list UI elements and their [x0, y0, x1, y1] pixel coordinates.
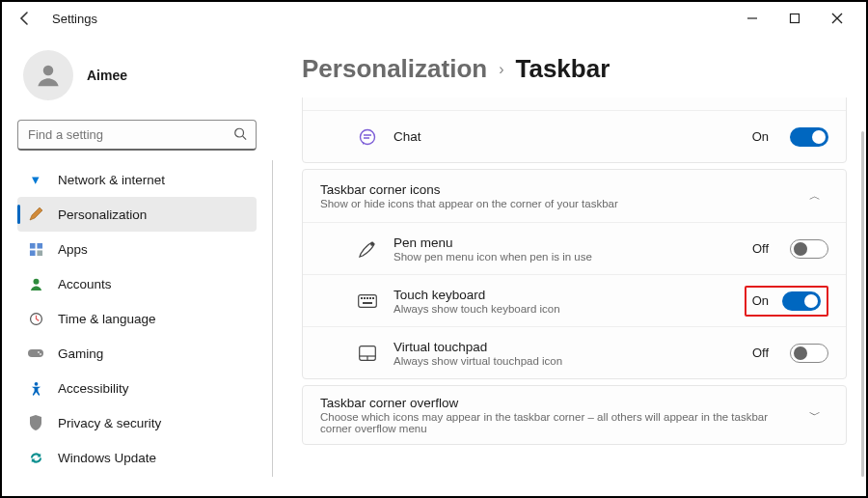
row-touch-keyboard: Touch keyboard Always show touch keyboar… [303, 274, 846, 326]
avatar [23, 50, 73, 100]
breadcrumb-parent[interactable]: Personalization [302, 54, 487, 84]
corner-icons-header[interactable]: Taskbar corner icons Show or hide icons … [303, 170, 846, 222]
row-title: Virtual touchpad [393, 340, 737, 354]
svg-point-19 [371, 242, 373, 244]
user-info[interactable]: Aimee [17, 46, 257, 114]
nav-gaming[interactable]: Gaming [17, 336, 257, 371]
titlebar: Settings [2, 2, 866, 35]
breadcrumb: Personalization › Taskbar [302, 54, 847, 84]
svg-rect-24 [369, 297, 371, 299]
accessibility-icon [27, 379, 44, 397]
highlight-box: On [745, 286, 828, 317]
keyboard-icon [357, 290, 378, 312]
close-button[interactable] [816, 4, 858, 33]
search-box[interactable] [17, 120, 257, 151]
section-desc: Show or hide icons that appear on the co… [320, 198, 786, 209]
svg-rect-25 [372, 297, 374, 299]
nav-label: Accounts [58, 277, 112, 291]
nav-accessibility[interactable]: Accessibility [17, 371, 257, 405]
row-chat: Chat On [303, 110, 846, 162]
toggle-state: Off [752, 241, 769, 256]
person-icon [27, 275, 44, 292]
row-virtual-touchpad: Virtual touchpad Always show virtual tou… [303, 326, 846, 378]
nav-label: Apps [58, 242, 88, 257]
svg-rect-21 [361, 297, 363, 299]
paintbrush-icon [27, 206, 44, 223]
window-title: Settings [52, 12, 97, 26]
svg-rect-5 [29, 242, 35, 248]
toggle-state: On [752, 129, 769, 144]
shield-icon [27, 414, 44, 431]
svg-point-14 [34, 381, 38, 385]
toggle-state: Off [752, 346, 769, 360]
corner-overflow-card[interactable]: Taskbar corner overflow Choose which ico… [302, 385, 847, 445]
svg-point-3 [235, 128, 244, 137]
row-desc: Always show virtual touchpad icon [393, 355, 737, 367]
svg-point-2 [43, 66, 54, 76]
nav-time-language[interactable]: Time & language [17, 301, 257, 336]
chat-toggle[interactable] [790, 127, 828, 147]
row-title: Chat [393, 129, 737, 144]
touchpad-icon [357, 343, 378, 364]
row-desc: Show pen menu icon when pen is in use [393, 251, 737, 263]
wifi-icon: ▾ [27, 171, 44, 188]
nav-network[interactable]: ▾ Network & internet [17, 162, 257, 197]
main-pane: Personalization › Taskbar Widgets On [273, 35, 866, 496]
nav-label: Time & language [58, 312, 156, 326]
corner-icons-card: Taskbar corner icons Show or hide icons … [302, 169, 847, 379]
toggle-state: On [752, 293, 769, 308]
svg-point-9 [33, 278, 39, 284]
nav-label: Windows Update [58, 451, 156, 465]
svg-point-13 [40, 353, 41, 355]
taskbar-items-card: Widgets On Chat On [302, 97, 847, 163]
nav-apps[interactable]: Apps [17, 232, 257, 266]
nav-label: Privacy & security [58, 416, 161, 430]
chat-icon [357, 126, 378, 148]
section-title: Taskbar corner icons [320, 182, 786, 197]
minimize-button[interactable] [731, 4, 773, 33]
sidebar: Aimee ▾ Network & internet Personalizati… [2, 35, 272, 496]
corner-overflow-header[interactable]: Taskbar corner overflow Choose which ico… [303, 386, 846, 444]
svg-point-12 [38, 351, 40, 353]
nav-list: ▾ Network & internet Personalization App… [17, 162, 257, 475]
svg-rect-1 [791, 14, 800, 23]
settings-panel: Widgets On Chat On Taskbar corne [302, 97, 847, 496]
svg-rect-8 [37, 250, 42, 256]
svg-rect-26 [363, 302, 372, 304]
svg-rect-20 [359, 294, 377, 307]
row-title: Pen menu [393, 235, 737, 250]
search-icon [233, 127, 247, 144]
nav-privacy[interactable]: Privacy & security [17, 405, 257, 440]
touch-keyboard-toggle[interactable] [782, 291, 821, 311]
apps-icon [27, 240, 44, 258]
row-widgets: Widgets On [303, 97, 846, 110]
chevron-right-icon: › [499, 61, 503, 78]
svg-rect-7 [29, 250, 35, 256]
svg-rect-11 [28, 349, 43, 357]
row-pen-menu: Pen menu Show pen menu icon when pen is … [303, 222, 846, 274]
touchpad-toggle[interactable] [790, 344, 828, 363]
svg-rect-22 [364, 297, 366, 299]
row-title: Touch keyboard [393, 288, 729, 302]
svg-point-18 [361, 129, 375, 144]
gamepad-icon [27, 345, 44, 362]
sync-icon [27, 449, 44, 466]
chevron-up-icon: ︿ [801, 188, 828, 205]
scrollbar[interactable] [861, 131, 864, 477]
pen-toggle[interactable] [790, 239, 828, 259]
clock-icon [27, 310, 44, 327]
maximize-button[interactable] [773, 4, 816, 33]
section-desc: Choose which icons may appear in the tas… [320, 411, 786, 434]
section-title: Taskbar corner overflow [320, 396, 786, 410]
back-button[interactable] [10, 3, 41, 34]
nav-windows-update[interactable]: Windows Update [17, 440, 257, 475]
nav-label: Personalization [58, 208, 147, 222]
search-input[interactable] [17, 120, 257, 151]
chevron-down-icon: ﹀ [801, 407, 828, 424]
nav-label: Network & internet [58, 173, 165, 187]
nav-personalization[interactable]: Personalization [17, 197, 257, 232]
nav-accounts[interactable]: Accounts [17, 266, 257, 301]
svg-line-4 [243, 136, 247, 140]
nav-label: Accessibility [58, 381, 129, 396]
breadcrumb-current: Taskbar [515, 54, 610, 84]
